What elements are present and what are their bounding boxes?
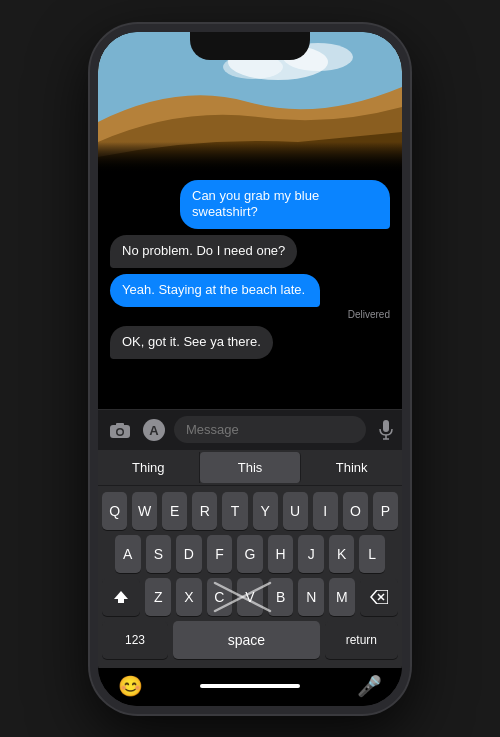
bottom-mic-icon[interactable]: 🎤	[357, 674, 382, 698]
key-d[interactable]: D	[176, 535, 202, 573]
appstore-icon[interactable]: A	[140, 416, 168, 444]
keyboard-row-2: A S D F G H J K L	[102, 535, 398, 573]
notch	[190, 32, 310, 60]
key-t[interactable]: T	[222, 492, 247, 530]
svg-rect-8	[116, 423, 124, 426]
key-v[interactable]: V	[237, 578, 263, 616]
key-g[interactable]: G	[237, 535, 263, 573]
key-j[interactable]: J	[298, 535, 324, 573]
bottom-bar: 😊 🎤	[98, 668, 402, 706]
key-q[interactable]: Q	[102, 492, 127, 530]
message-bubble-sent-1: Can you grab my blue sweatshirt?	[180, 180, 390, 230]
key-z[interactable]: Z	[145, 578, 171, 616]
message-bubble-sent-2: Yeah. Staying at the beach late.	[110, 274, 320, 307]
key-x[interactable]: X	[176, 578, 202, 616]
message-input[interactable]	[174, 416, 366, 443]
keyboard: Q W E R T Y U I O P A S D F G H J	[98, 486, 402, 668]
keyboard-row-3: Z X C V B N M	[102, 578, 398, 616]
messages-area: Can you grab my blue sweatshirt? No prob…	[98, 172, 402, 409]
message-bubble-received-1: No problem. Do I need one?	[110, 235, 297, 268]
key-w[interactable]: W	[132, 492, 157, 530]
phone-screen: Can you grab my blue sweatshirt? No prob…	[98, 32, 402, 706]
key-c[interactable]: C	[207, 578, 233, 616]
predict-word-this[interactable]: This	[200, 452, 302, 483]
key-s[interactable]: S	[146, 535, 172, 573]
svg-rect-4	[98, 142, 402, 172]
key-y[interactable]: Y	[253, 492, 278, 530]
key-a[interactable]: A	[115, 535, 141, 573]
return-key[interactable]: return	[325, 621, 398, 659]
mic-icon[interactable]	[372, 416, 400, 444]
key-o[interactable]: O	[343, 492, 368, 530]
keyboard-row-4: 123 space return	[102, 621, 398, 659]
svg-rect-11	[383, 420, 389, 432]
key-l[interactable]: L	[359, 535, 385, 573]
delivered-label: Delivered	[110, 309, 390, 320]
emoji-icon[interactable]: 😊	[118, 674, 143, 698]
svg-text:A: A	[149, 423, 159, 438]
camera-icon[interactable]	[106, 416, 134, 444]
key-u[interactable]: U	[283, 492, 308, 530]
space-key[interactable]: space	[173, 621, 320, 659]
keyboard-row-1: Q W E R T Y U I O P	[102, 492, 398, 530]
input-bar: A	[98, 409, 402, 450]
predictive-bar: Thing This Think	[98, 450, 402, 486]
key-r[interactable]: R	[192, 492, 217, 530]
key-b[interactable]: B	[268, 578, 294, 616]
message-bubble-received-2: OK, got it. See ya there.	[110, 326, 273, 359]
predict-word-thing[interactable]: Thing	[98, 452, 200, 483]
phone-frame: Can you grab my blue sweatshirt? No prob…	[90, 24, 410, 714]
key-h[interactable]: H	[268, 535, 294, 573]
svg-marker-14	[114, 591, 128, 603]
shift-key[interactable]	[102, 578, 140, 616]
svg-point-7	[118, 429, 123, 434]
home-indicator	[200, 684, 300, 688]
key-n[interactable]: N	[298, 578, 324, 616]
key-p[interactable]: P	[373, 492, 398, 530]
key-m[interactable]: M	[329, 578, 355, 616]
key-i[interactable]: I	[313, 492, 338, 530]
key-k[interactable]: K	[329, 535, 355, 573]
key-f[interactable]: F	[207, 535, 233, 573]
delete-key[interactable]	[360, 578, 398, 616]
key-e[interactable]: E	[162, 492, 187, 530]
predict-word-think[interactable]: Think	[301, 452, 402, 483]
numbers-key[interactable]: 123	[102, 621, 168, 659]
